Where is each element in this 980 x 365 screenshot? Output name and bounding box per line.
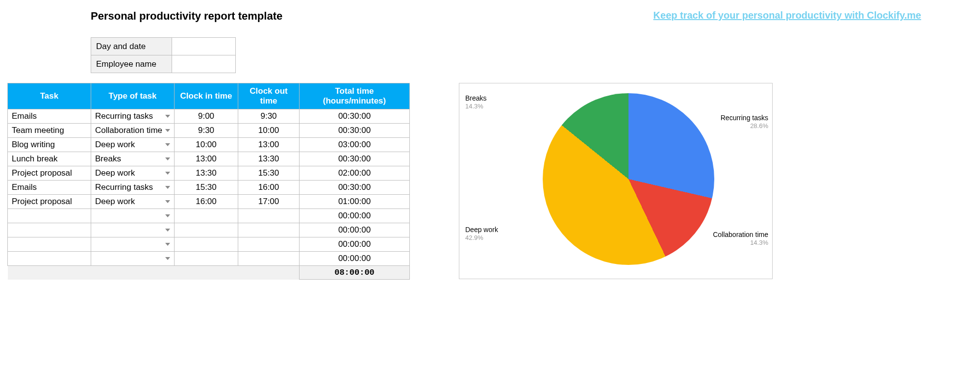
cell-total: 00:30:00	[300, 124, 410, 138]
cell-total: 00:00:00	[300, 209, 410, 223]
cell-type-dropdown[interactable]: Recurring tasks	[91, 181, 175, 195]
chevron-down-icon	[165, 200, 170, 203]
table-row: Lunch breakBreaks13:0013:3000:30:00	[8, 152, 410, 166]
table-row: Team meetingCollaboration time9:3010:000…	[8, 124, 410, 138]
cell-type-dropdown[interactable]	[91, 223, 175, 237]
cell-type-dropdown[interactable]: Deep work	[91, 166, 175, 181]
cell-clock-in[interactable]	[175, 223, 238, 237]
cell-total: 00:00:00	[300, 252, 410, 266]
cell-clock-in[interactable]	[175, 209, 238, 223]
cell-clock-in[interactable]: 13:30	[175, 166, 238, 181]
cell-clock-in[interactable]: 13:00	[175, 152, 238, 166]
productivity-table: Task Type of task Clock in time Clock ou…	[7, 83, 410, 280]
cell-clock-in[interactable]: 9:00	[175, 109, 238, 124]
meta-employee-value[interactable]	[172, 55, 236, 73]
table-row: 00:00:00	[8, 209, 410, 223]
table-row: Blog writingDeep work10:0013:0003:00:00	[8, 138, 410, 152]
cell-clock-out[interactable]	[238, 252, 300, 266]
chevron-down-icon	[165, 214, 170, 217]
cell-total: 00:30:00	[300, 152, 410, 166]
chart-label-deepwork: Deep work 42.9%	[465, 226, 498, 242]
cell-total: 00:30:00	[300, 109, 410, 124]
cell-task[interactable]: Team meeting	[8, 124, 91, 138]
cell-clock-out[interactable]	[238, 223, 300, 237]
meta-employee-label: Employee name	[91, 55, 172, 73]
grand-total-cell: 08:00:00	[300, 266, 410, 280]
cell-clock-in[interactable]: 9:30	[175, 124, 238, 138]
cell-clock-out[interactable]	[238, 209, 300, 223]
promo-link[interactable]: Keep track of your personal productivity…	[653, 10, 921, 21]
cell-task[interactable]	[8, 209, 91, 223]
table-row: 00:00:00	[8, 223, 410, 237]
cell-type-dropdown[interactable]	[91, 252, 175, 266]
chart-label-breaks: Breaks 14.3%	[465, 94, 487, 110]
chart-label-recurring: Recurring tasks 28.6%	[721, 114, 768, 130]
chevron-down-icon	[165, 143, 170, 146]
cell-type-dropdown[interactable]: Collaboration time	[91, 124, 175, 138]
table-row: EmailsRecurring tasks15:3016:0000:30:00	[8, 181, 410, 195]
cell-total: 00:00:00	[300, 223, 410, 237]
col-header-task: Task	[8, 83, 91, 109]
table-row: Project proposalDeep work13:3015:3002:00…	[8, 166, 410, 181]
page-title: Personal productivity report template	[91, 10, 282, 23]
cell-clock-in[interactable]	[175, 237, 238, 252]
cell-task[interactable]	[8, 223, 91, 237]
meta-day-date-value[interactable]	[172, 38, 236, 55]
cell-total: 00:00:00	[300, 237, 410, 252]
cell-clock-out[interactable]: 9:30	[238, 109, 300, 124]
cell-clock-out[interactable]: 16:00	[238, 181, 300, 195]
cell-total: 00:30:00	[300, 181, 410, 195]
chevron-down-icon	[165, 115, 170, 118]
chevron-down-icon	[165, 172, 170, 175]
cell-clock-out[interactable]	[238, 237, 300, 252]
meta-table: Day and date Employee name	[91, 37, 236, 73]
cell-total: 02:00:00	[300, 166, 410, 181]
cell-clock-in[interactable]: 15:30	[175, 181, 238, 195]
table-row: Project proposalDeep work16:0017:0001:00…	[8, 195, 410, 209]
table-row: 00:00:00	[8, 237, 410, 252]
cell-clock-out[interactable]: 13:30	[238, 152, 300, 166]
chart-label-collab: Collaboration time 14.3%	[713, 231, 768, 247]
cell-type-dropdown[interactable]: Deep work	[91, 195, 175, 209]
cell-type-dropdown[interactable]	[91, 209, 175, 223]
cell-type-dropdown[interactable]: Deep work	[91, 138, 175, 152]
cell-task[interactable]	[8, 252, 91, 266]
cell-task[interactable]: Emails	[8, 109, 91, 124]
cell-type-dropdown[interactable]: Breaks	[91, 152, 175, 166]
col-header-total: Total time (hours/minutes)	[300, 83, 410, 109]
table-row: EmailsRecurring tasks9:009:3000:30:00	[8, 109, 410, 124]
cell-clock-in[interactable]	[175, 252, 238, 266]
cell-total: 03:00:00	[300, 138, 410, 152]
col-header-clockout: Clock out time	[238, 83, 300, 109]
cell-clock-in[interactable]: 10:00	[175, 138, 238, 152]
cell-clock-out[interactable]: 10:00	[238, 124, 300, 138]
pie-graphic	[543, 93, 714, 265]
cell-clock-out[interactable]: 17:00	[238, 195, 300, 209]
cell-clock-out[interactable]: 13:00	[238, 138, 300, 152]
cell-task[interactable]: Project proposal	[8, 166, 91, 181]
chevron-down-icon	[165, 257, 170, 260]
chevron-down-icon	[165, 157, 170, 160]
task-type-pie-chart: Breaks 14.3% Recurring tasks 28.6% Deep …	[459, 83, 773, 279]
chevron-down-icon	[165, 243, 170, 246]
cell-task[interactable]: Project proposal	[8, 195, 91, 209]
cell-clock-out[interactable]: 15:30	[238, 166, 300, 181]
col-header-clockin: Clock in time	[175, 83, 238, 109]
meta-day-date-label: Day and date	[91, 38, 172, 55]
chevron-down-icon	[165, 229, 170, 232]
table-row: 00:00:00	[8, 252, 410, 266]
cell-type-dropdown[interactable]: Recurring tasks	[91, 109, 175, 124]
cell-type-dropdown[interactable]	[91, 237, 175, 252]
col-header-type: Type of task	[91, 83, 175, 109]
cell-clock-in[interactable]: 16:00	[175, 195, 238, 209]
cell-task[interactable]: Lunch break	[8, 152, 91, 166]
cell-task[interactable]: Blog writing	[8, 138, 91, 152]
chevron-down-icon	[165, 129, 170, 132]
cell-task[interactable]: Emails	[8, 181, 91, 195]
cell-total: 01:00:00	[300, 195, 410, 209]
chevron-down-icon	[165, 186, 170, 189]
cell-task[interactable]	[8, 237, 91, 252]
